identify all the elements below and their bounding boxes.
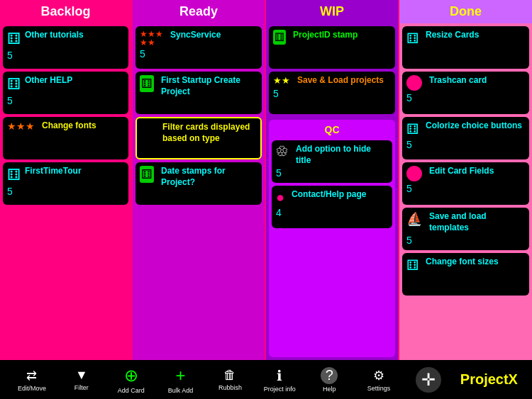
projectx-label-container: ProjectX	[460, 371, 518, 388]
card-contact-help[interactable]: ● Contact/Help page 4	[272, 186, 392, 228]
help-label: Help	[323, 386, 336, 393]
die6-cyan-icon: ⚅	[406, 30, 419, 47]
edit-move-label: Edit/Move	[18, 385, 46, 392]
wip-header: WIP	[266, 0, 398, 23]
filter-label: Filter	[74, 384, 89, 391]
column-backlog: Backlog ⚅ Other tutorials 5 ⚅ Other HELP	[0, 0, 133, 360]
column-ready: Ready ★★★★★ SyncService 5 ⚅ F	[133, 0, 266, 360]
card-title: Save and load templates	[429, 211, 525, 233]
rubbish-button[interactable]: 🗑 Rubbish	[212, 368, 248, 391]
card-change-fonts[interactable]: ★★★ Change fonts	[3, 117, 128, 159]
filter-button[interactable]: ▼ Filter	[64, 368, 99, 391]
projectx-label: ProjectX	[460, 371, 518, 388]
stars-yellow-icon: ★★	[273, 75, 290, 86]
qc-cards: 🏵 Add option to hide title 5 ● Contact/H…	[269, 137, 395, 357]
card-title: Colorize choice buttons	[426, 120, 525, 132]
move-button[interactable]: ✛	[411, 367, 446, 393]
card-save-load-projects[interactable]: ★★ Save & Load projects 5	[269, 72, 395, 114]
card-title: Contact/Help page	[292, 189, 388, 201]
done-header: Done	[399, 0, 532, 23]
backlog-cards: ⚅ Other tutorials 5 ⚅ Other HELP 5	[0, 23, 131, 360]
die6-icon: ⚅	[7, 75, 21, 94]
card-count: 5	[276, 167, 388, 179]
card-syncservice[interactable]: ★★★★★ SyncService 5	[135, 26, 262, 69]
ready-cards: ★★★★★ SyncService 5 ⚅ First Startup Crea…	[133, 23, 265, 360]
card-save-load-templates[interactable]: ⛵ Save and load templates 5	[402, 208, 529, 250]
card-resize-cards[interactable]: ⚅ Resize Cards	[402, 26, 529, 69]
bulk-add-label: Bulk Add	[168, 387, 194, 394]
card-count: 5	[140, 48, 257, 60]
card-first-startup[interactable]: ⚅ First Startup Create Project	[135, 72, 262, 114]
bulk-add-button[interactable]: + Bulk Add	[163, 366, 199, 394]
rubbish-label: Rubbish	[218, 384, 242, 391]
card-date-stamps[interactable]: ⚅ Date stamps for Project?	[135, 162, 262, 205]
edit-move-button[interactable]: ⇄ Edit/Move	[14, 368, 50, 392]
card-colorize-choice[interactable]: ⚅ Colorize choice buttons 5	[402, 117, 529, 159]
crane2-icon: ⛵	[406, 211, 422, 227]
add-card-label: Add Card	[118, 387, 145, 394]
die6-green-sm-icon: ⚅	[273, 30, 286, 45]
card-count: 5	[7, 186, 124, 197]
die6-cyan-icon: ⚅	[406, 120, 419, 137]
help-icon: ?	[321, 367, 338, 384]
board: Backlog ⚅ Other tutorials 5 ⚅ Other HELP	[0, 0, 532, 399]
column-wip: WIP ⚅ ProjectID stamp ★★ Save & Lo	[266, 0, 399, 360]
move-icon: ✛	[416, 367, 441, 393]
card-trashcan[interactable]: Trashcan card 5	[402, 72, 529, 114]
circle-pink-lg-icon	[406, 75, 422, 91]
done-cards: ⚅ Resize Cards Trashcan card 5 ⚅	[399, 23, 532, 360]
rubbish-icon: 🗑	[223, 368, 236, 383]
backlog-header: Backlog	[0, 0, 131, 23]
card-title: ProjectID stamp	[293, 30, 391, 41]
settings-button[interactable]: ⚙ Settings	[361, 368, 397, 392]
stars-red-icon: ★★★★★	[140, 30, 163, 47]
toolbar: ⇄ Edit/Move ▼ Filter ⊕ Add Card + Bulk A…	[0, 360, 532, 399]
card-count: 5	[406, 183, 525, 194]
card-count: 5	[406, 235, 525, 246]
qc-subcolumn: QC 🏵 Add option to hide title 5	[269, 120, 395, 357]
card-title: Other HELP	[25, 75, 124, 86]
die6-green-icon: ⚅	[140, 166, 154, 183]
card-first-time-tour[interactable]: ⚅ FirstTimeTour 5	[3, 162, 128, 205]
card-count: 5	[7, 50, 124, 61]
project-info-icon: ℹ	[277, 367, 282, 384]
cards-icon: 🂠	[141, 122, 155, 139]
circle-pink-lg2-icon	[406, 166, 422, 181]
card-title: Change fonts	[42, 120, 124, 132]
card-projectid-stamp[interactable]: ⚅ ProjectID stamp	[269, 26, 395, 69]
qc-header: QC	[269, 122, 395, 137]
card-other-tutorials[interactable]: ⚅ Other tutorials 5	[3, 26, 128, 69]
edit-move-icon: ⇄	[26, 368, 37, 383]
add-card-button[interactable]: ⊕ Add Card	[113, 366, 149, 394]
card-count: 5	[406, 92, 525, 103]
card-other-help[interactable]: ⚅ Other HELP 5	[3, 72, 128, 114]
card-edit-card-fields[interactable]: Edit Card Fields 5	[402, 162, 529, 205]
project-info-button[interactable]: ℹ Project info	[262, 367, 297, 393]
settings-label: Settings	[367, 385, 391, 392]
card-title: Other tutorials	[25, 30, 124, 41]
project-info-label: Project info	[264, 386, 296, 393]
die6-green-icon: ⚅	[140, 75, 154, 92]
card-count: 5	[273, 88, 391, 99]
card-title: Filter cards displayed based on type	[162, 122, 256, 144]
crane-icon: 🏵	[276, 144, 289, 159]
card-title: First Startup Create Project	[161, 75, 257, 97]
help-button[interactable]: ? Help	[311, 367, 347, 393]
ready-header: Ready	[133, 0, 265, 23]
card-change-font-sizes[interactable]: ⚅ Change font sizes	[402, 253, 529, 296]
card-title: Save & Load projects	[297, 75, 391, 86]
card-title: Date stamps for Project?	[161, 166, 257, 188]
card-title: Change font sizes	[426, 257, 525, 268]
stars-icon: ★★★	[7, 120, 35, 132]
card-title: Add option to hide title	[296, 144, 388, 166]
card-filter-cards[interactable]: 🂠 Filter cards displayed based on type	[135, 117, 262, 159]
card-add-option-hide-title[interactable]: 🏵 Add option to hide title 5	[272, 140, 392, 183]
card-title: SyncService	[170, 30, 257, 41]
die6-cyan2-icon: ⚅	[406, 257, 419, 274]
card-count: 5	[7, 95, 124, 106]
circle-pink-icon: ●	[276, 189, 284, 206]
settings-icon: ⚙	[373, 368, 384, 383]
column-done: Done ⚅ Resize Cards Trashcan card 5	[399, 0, 532, 360]
card-count: 4	[276, 207, 388, 218]
filter-icon: ▼	[75, 368, 88, 383]
